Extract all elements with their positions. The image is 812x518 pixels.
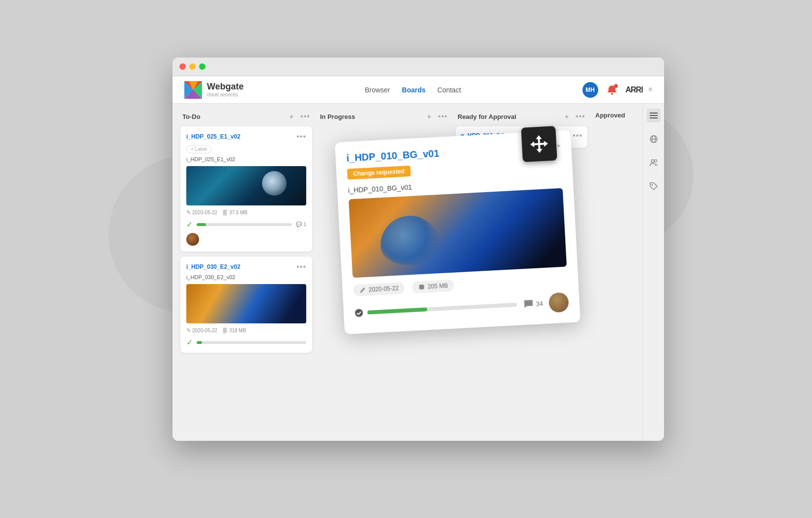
card-hdp030-date: ✎ 2020-05-22 bbox=[186, 327, 217, 334]
db-icon: 🗄 bbox=[222, 210, 228, 216]
card-hdp025-menu[interactable]: ••• bbox=[296, 132, 306, 141]
check-icon: ✓ bbox=[186, 220, 193, 229]
expanded-size: 205 MB bbox=[412, 280, 454, 293]
brand-subtitle: cloud services bbox=[207, 92, 244, 97]
nav-links: Browser Boards Contact bbox=[365, 86, 461, 94]
todo-add-btn[interactable]: + bbox=[287, 112, 296, 121]
card-hdp025-comments: 💬 1 bbox=[296, 222, 306, 227]
column-approved-header: Approved bbox=[593, 112, 642, 119]
card-hdp025-date: ✎ 2020-05-22 bbox=[186, 209, 217, 216]
card-hdp025-subtitle: i_HDP_025_E1_v02 bbox=[186, 156, 306, 162]
svg-marker-16 bbox=[536, 135, 542, 140]
card-hdp030-progress-bar bbox=[197, 341, 306, 344]
logo-text: Webgate cloud services bbox=[207, 82, 244, 97]
check-icon-2: ✓ bbox=[186, 338, 193, 347]
moon-image bbox=[186, 166, 306, 205]
card-hdp030-footer: ✓ bbox=[186, 338, 306, 347]
svg-rect-7 bbox=[650, 113, 658, 114]
brand-name: Webgate bbox=[207, 82, 244, 92]
svg-point-15 bbox=[651, 184, 653, 186]
user-avatar[interactable]: MH bbox=[582, 82, 598, 98]
svg-point-6 bbox=[611, 93, 613, 95]
svg-point-13 bbox=[651, 160, 654, 163]
column-inprogress-header: In Progress + ••• bbox=[318, 112, 450, 121]
expanded-card-title: i_HDP_010_BG_v01 bbox=[346, 148, 439, 164]
chat-bubble-icon bbox=[522, 298, 534, 310]
svg-marker-19 bbox=[544, 141, 549, 146]
column-todo-actions: + ••• bbox=[287, 112, 310, 121]
column-ready-title: Ready for Approval bbox=[458, 113, 516, 120]
card-hdp030-header: i_HDP_030_E2_v02 ••• bbox=[186, 262, 306, 271]
pencil-meta-icon bbox=[359, 287, 367, 294]
expanded-date: 2020-05-22 bbox=[353, 282, 405, 296]
column-todo-title: To-Do bbox=[182, 113, 201, 120]
svg-point-23 bbox=[355, 309, 363, 317]
card-hdp025-meta: ✎ 2020-05-22 🗄 37.5 MB bbox=[186, 209, 306, 216]
card-hdp010-bg-menu[interactable]: ••• bbox=[573, 131, 582, 140]
ready-add-btn[interactable]: + bbox=[562, 112, 572, 121]
column-approved-title: Approved bbox=[595, 112, 625, 119]
expanded-card: i_HDP_010_BG_v01 ••• Change requested i_… bbox=[335, 130, 580, 335]
column-approved: Approved bbox=[593, 112, 642, 433]
arri-registered: ® bbox=[649, 87, 652, 92]
card-hdp030-subtitle: i_HDP_030_E2_v02 bbox=[186, 274, 306, 280]
card-hdp025-image bbox=[186, 166, 306, 205]
column-inprogress-actions: + ••• bbox=[424, 112, 448, 121]
list-icon bbox=[649, 111, 658, 120]
card-hdp030: i_HDP_030_E2_v02 ••• i_HDP_030_E2_v02 ✎ … bbox=[180, 257, 312, 353]
pencil-icon-2: ✎ bbox=[186, 327, 191, 334]
four-arrows-icon bbox=[529, 134, 550, 154]
inprogress-add-btn[interactable]: + bbox=[424, 112, 434, 121]
db-meta-icon bbox=[418, 284, 426, 291]
notification-badge bbox=[614, 84, 618, 88]
nav-right: MH ARRI ® bbox=[582, 82, 652, 98]
nav-bar: Webgate cloud services Browser Boards Co… bbox=[173, 76, 664, 104]
svg-rect-21 bbox=[534, 143, 544, 145]
sidebar-tag-icon[interactable] bbox=[647, 179, 661, 193]
todo-menu-btn[interactable]: ••• bbox=[300, 112, 310, 121]
card-hdp025-title[interactable]: i_HDP_025_E1_v02 bbox=[186, 133, 240, 140]
title-bar bbox=[173, 58, 664, 76]
expanded-card-meta: 2020-05-22 205 MB bbox=[353, 273, 568, 296]
minimize-button[interactable] bbox=[189, 63, 196, 70]
notification-icon[interactable] bbox=[604, 82, 620, 98]
nav-browser[interactable]: Browser bbox=[365, 86, 390, 94]
check-circle-icon bbox=[354, 308, 364, 317]
globe-icon bbox=[649, 135, 658, 144]
card-hdp030-menu[interactable]: ••• bbox=[296, 262, 306, 271]
card-hdp025-avatar-row bbox=[186, 233, 306, 246]
traffic-lights bbox=[179, 63, 205, 70]
svg-marker-17 bbox=[536, 149, 542, 153]
sidebar-list-icon[interactable] bbox=[647, 109, 661, 122]
close-button[interactable] bbox=[179, 63, 186, 70]
card-hdp025-progress-bar bbox=[197, 223, 292, 226]
card-hdp025-avatar bbox=[186, 233, 199, 246]
expanded-card-footer: 34 bbox=[354, 292, 569, 323]
card-hdp025-size: 🗄 37.5 MB bbox=[222, 210, 247, 216]
card-hdp030-size: 🗄 318 MB bbox=[222, 328, 246, 334]
sidebar-globe-icon[interactable] bbox=[647, 132, 661, 146]
maximize-button[interactable] bbox=[199, 63, 205, 70]
column-todo: To-Do + ••• i_HDP_025_E1_v02 ••• + Label… bbox=[180, 112, 312, 433]
inprogress-menu-btn[interactable]: ••• bbox=[438, 112, 448, 121]
card-hdp025-footer: ✓ 💬 1 bbox=[186, 220, 306, 229]
change-requested-badge: Change requested bbox=[347, 166, 411, 180]
expanded-card-avatar bbox=[549, 292, 569, 313]
card-hdp030-image bbox=[186, 284, 306, 323]
card-hdp025-progress-fill bbox=[197, 223, 206, 226]
users-icon bbox=[649, 158, 658, 167]
logo-area: Webgate cloud services bbox=[184, 81, 244, 99]
chat-icon-1: 💬 bbox=[296, 222, 302, 227]
expanded-comments: 34 bbox=[522, 298, 544, 310]
expanded-progress-bar bbox=[367, 303, 517, 315]
nav-boards[interactable]: Boards bbox=[402, 86, 426, 94]
card-hdp030-title[interactable]: i_HDP_030_E2_v02 bbox=[186, 263, 240, 270]
right-sidebar bbox=[642, 104, 664, 441]
svg-marker-18 bbox=[530, 142, 535, 147]
expanded-progress-fill bbox=[367, 307, 427, 314]
ready-menu-btn[interactable]: ••• bbox=[576, 112, 585, 121]
column-inprogress-title: In Progress bbox=[320, 113, 355, 120]
sidebar-users-icon[interactable] bbox=[647, 156, 661, 170]
nav-contact[interactable]: Contact bbox=[437, 86, 461, 94]
card-hdp025-label-add[interactable]: + Label bbox=[186, 145, 211, 153]
